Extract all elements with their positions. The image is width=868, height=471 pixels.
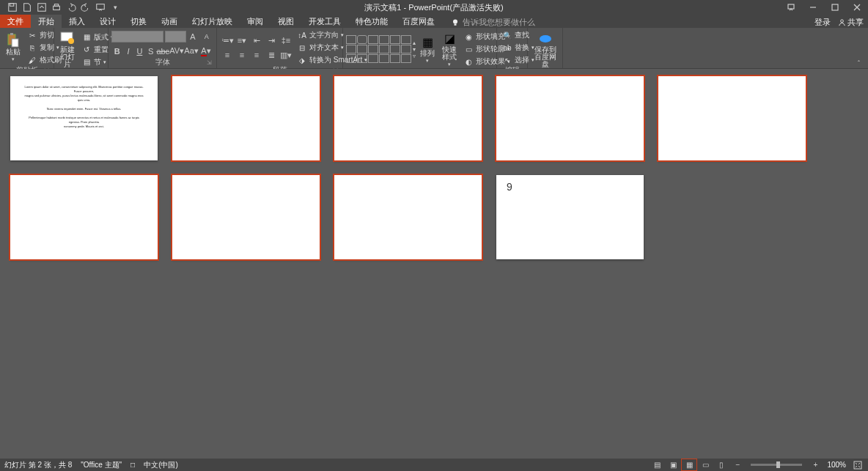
slide-thumb-1[interactable]: Lorem ipsum dolor sit amet, consectetuer… [10, 76, 158, 160]
font-launcher-icon[interactable]: ⇲ [207, 59, 212, 66]
group-editing: 🔍查找 ab替换▾ ↖选择▾ 编辑 [497, 28, 528, 68]
align-center-icon[interactable]: ≡ [235, 48, 249, 62]
justify-icon[interactable]: ≣ [264, 48, 279, 62]
bold-icon[interactable]: B [111, 45, 122, 58]
svg-rect-4 [54, 4, 58, 7]
zoom-thumb[interactable] [776, 461, 780, 468]
case-icon[interactable]: Aa▾ [184, 45, 199, 58]
notes-button[interactable]: ▤ [650, 459, 664, 470]
slideshow-view-icon[interactable]: ▯ [714, 459, 729, 470]
shadow-icon[interactable]: S [145, 45, 156, 58]
group-font: A A B I U S abc AV▾ Aa▾ A▾ 字体⇲ [108, 28, 217, 68]
ribbon-options-icon[interactable] [780, 0, 802, 15]
slide-thumb-5[interactable] [658, 76, 806, 160]
font-size-combo[interactable] [165, 31, 185, 42]
qat-more-icon[interactable]: ▾ [108, 1, 122, 14]
arrange-button[interactable]: ▦排列▾ [417, 33, 438, 65]
underline-icon[interactable]: U [134, 45, 145, 58]
ribbon: 粘贴 ▾ ✂剪切 ⎘复制 ▾ 🖌格式刷 剪贴板⇲ 新建 幻灯片 ▦版式▾ ↺重置… [0, 28, 868, 69]
slide-sorter[interactable]: Lorem ipsum dolor sit amet, consectetuer… [0, 69, 868, 459]
tellme-search[interactable]: 告诉我您想要做什么 [451, 17, 535, 28]
tab-insert[interactable]: 插入 [62, 15, 92, 28]
select-icon: ↖ [502, 55, 512, 65]
slide-thumb-4[interactable] [496, 76, 644, 160]
font-color-icon[interactable]: A▾ [199, 45, 213, 58]
shrink-font-icon[interactable]: A [199, 30, 213, 43]
qat-open-icon[interactable] [35, 1, 48, 14]
layout-icon: ▦ [81, 32, 92, 42]
italic-icon[interactable]: I [122, 45, 133, 58]
columns-icon[interactable]: ▥▾ [279, 48, 293, 62]
dedent-icon[interactable]: ⇤ [249, 34, 264, 47]
svg-rect-3 [54, 6, 60, 10]
zoom-in-icon[interactable]: + [808, 459, 823, 470]
number-icon[interactable]: ≡▾ [235, 34, 249, 47]
zoom-out-icon[interactable]: − [730, 459, 745, 470]
shapes-gallery[interactable] [346, 35, 411, 63]
collapse-ribbon-icon[interactable]: ˆ [858, 59, 865, 67]
linespace-icon[interactable]: ‡≡ [279, 34, 293, 47]
window-title: 演示文稿1 - PowerPoint(产品激活失败) [364, 2, 503, 13]
cut-icon: ✂ [27, 30, 37, 40]
arrange-icon: ▦ [420, 34, 435, 49]
group-drawing: ▴▾▿ ▦排列▾ ◪快速样式▾ ◉形状填充▾ ▭形状轮廓▾ ◐形状效果▾ 绘图⇲ [343, 28, 497, 68]
sorter-view-icon[interactable]: ▦ [682, 459, 696, 470]
grow-font-icon[interactable]: A [186, 30, 200, 43]
tab-review[interactable]: 审阅 [240, 15, 271, 28]
fit-window-icon[interactable] [852, 459, 864, 470]
font-family-combo[interactable] [111, 31, 163, 42]
qat-new-icon[interactable] [21, 1, 34, 14]
slide-thumb-8[interactable] [334, 175, 482, 259]
title-bar: ▾ 演示文稿1 - PowerPoint(产品激活失败) [0, 0, 868, 15]
tab-file[interactable]: 文件 [0, 15, 31, 28]
slide-thumb-9[interactable]: 9 [496, 175, 644, 259]
tab-design[interactable]: 设计 [92, 15, 123, 28]
strike-icon[interactable]: abc [156, 45, 169, 58]
tab-animations[interactable]: 动画 [154, 15, 185, 28]
qat-redo-icon[interactable] [79, 1, 92, 14]
minimize-icon[interactable] [802, 0, 824, 15]
reading-view-icon[interactable]: ▭ [698, 459, 713, 470]
slide-thumb-7[interactable] [172, 175, 320, 259]
spellcheck-icon[interactable]: □ [130, 461, 135, 469]
spacing-icon[interactable]: AV▾ [169, 45, 184, 58]
align-left-icon[interactable]: ≡ [220, 48, 235, 62]
tab-baidu[interactable]: 百度网盘 [395, 15, 442, 28]
slide-thumb-2[interactable] [172, 76, 320, 160]
slide-thumb-6[interactable] [10, 175, 158, 259]
language-button[interactable]: 中文(中国) [144, 460, 178, 470]
bulb-icon [451, 18, 460, 27]
bullets-icon[interactable]: ≔▾ [220, 34, 235, 47]
qat-print-icon[interactable] [50, 1, 63, 14]
normal-view-icon[interactable]: ▣ [666, 459, 680, 470]
maximize-icon[interactable] [824, 0, 846, 15]
slide-thumb-3[interactable] [334, 76, 482, 160]
zoom-value[interactable]: 100% [827, 461, 846, 469]
svg-point-19 [540, 35, 551, 42]
paste-button[interactable]: 粘贴 ▾ [3, 31, 23, 64]
svg-rect-16 [12, 39, 18, 47]
search-icon: 🔍 [502, 30, 512, 40]
qat-slideshow-icon[interactable] [94, 1, 107, 14]
tab-slideshow[interactable]: 幻灯片放映 [185, 15, 240, 28]
close-icon[interactable] [846, 0, 868, 15]
indent-icon[interactable]: ⇥ [264, 34, 279, 47]
quickstyle-button[interactable]: ◪快速样式▾ [439, 29, 460, 69]
save-baidu-button[interactable]: 保存到 百度网盘 [531, 29, 559, 70]
svg-rect-15 [10, 33, 13, 35]
align-right-icon[interactable]: ≡ [249, 48, 264, 62]
qat-undo-icon[interactable] [65, 1, 78, 14]
tab-transitions[interactable]: 切换 [123, 15, 154, 28]
svg-rect-2 [38, 4, 46, 12]
zoom-slider[interactable] [751, 464, 802, 466]
qat-save-icon[interactable] [6, 1, 19, 14]
tab-home[interactable]: 开始 [31, 15, 62, 28]
group-save: 保存到 百度网盘 保存 [528, 28, 563, 68]
share-button[interactable]: 共享 [838, 17, 864, 28]
tab-developer[interactable]: 开发工具 [301, 15, 348, 28]
tab-features[interactable]: 特色功能 [348, 15, 395, 28]
login-link[interactable]: 登录 [814, 17, 831, 28]
new-slide-button[interactable]: 新建 幻灯片 [57, 29, 78, 70]
tab-view[interactable]: 视图 [271, 15, 301, 28]
svg-rect-8 [832, 4, 838, 10]
